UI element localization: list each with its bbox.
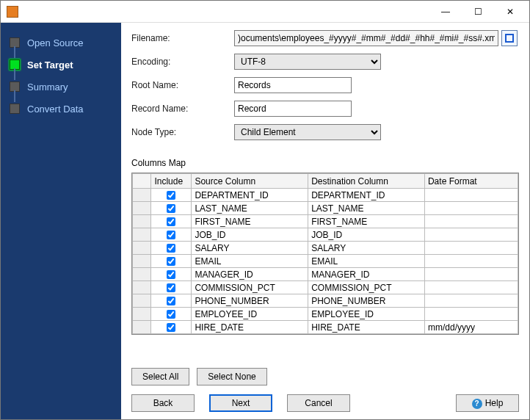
dest-cell[interactable]: HIRE_DATE bbox=[308, 321, 425, 334]
wizard-window: — ☐ ✕ Open Source Set Target Summary bbox=[0, 0, 530, 420]
table-row[interactable]: COMMISSION_PCTCOMMISSION_PCT bbox=[133, 281, 518, 294]
step-summary[interactable]: Summary bbox=[10, 76, 121, 98]
source-cell[interactable]: EMPLOYEE_ID bbox=[192, 308, 308, 321]
source-cell[interactable]: JOB_ID bbox=[192, 228, 308, 242]
dest-cell[interactable]: FIRST_NAME bbox=[308, 215, 425, 228]
step-open-source[interactable]: Open Source bbox=[10, 32, 121, 54]
datefmt-cell[interactable] bbox=[424, 255, 518, 268]
filename-label: Filename: bbox=[131, 33, 234, 43]
datefmt-cell[interactable] bbox=[424, 215, 518, 228]
table-row[interactable]: MANAGER_IDMANAGER_ID bbox=[133, 268, 518, 281]
datefmt-cell[interactable] bbox=[424, 228, 518, 242]
table-row[interactable]: EMPLOYEE_IDEMPLOYEE_ID bbox=[133, 308, 518, 321]
table-row[interactable]: JOB_IDJOB_ID bbox=[133, 228, 518, 242]
row-grip[interactable] bbox=[133, 294, 151, 308]
step-set-target[interactable]: Set Target bbox=[10, 54, 121, 76]
table-row[interactable]: LAST_NAMELAST_NAME bbox=[133, 202, 518, 215]
source-cell[interactable]: COMMISSION_PCT bbox=[192, 281, 308, 294]
dest-cell[interactable]: SALARY bbox=[308, 242, 425, 255]
step-convert-data[interactable]: Convert Data bbox=[10, 98, 121, 120]
close-button[interactable]: ✕ bbox=[494, 1, 526, 22]
col-include-header[interactable]: Include bbox=[151, 174, 192, 189]
dest-cell[interactable]: EMPLOYEE_ID bbox=[308, 308, 425, 321]
table-row[interactable]: SALARYSALARY bbox=[133, 242, 518, 255]
dest-cell[interactable]: MANAGER_ID bbox=[308, 268, 425, 281]
datefmt-cell[interactable] bbox=[424, 294, 518, 308]
encoding-select[interactable]: UTF-8 bbox=[234, 54, 381, 70]
maximize-button[interactable]: ☐ bbox=[462, 1, 494, 22]
browse-button[interactable] bbox=[501, 30, 518, 46]
recordname-label: Record Name: bbox=[131, 104, 234, 114]
include-checkbox[interactable] bbox=[167, 204, 175, 213]
include-checkbox[interactable] bbox=[167, 270, 175, 279]
table-row[interactable]: PHONE_NUMBERPHONE_NUMBER bbox=[133, 294, 518, 308]
back-button[interactable]: Back bbox=[131, 394, 195, 412]
include-checkbox[interactable] bbox=[167, 191, 175, 200]
source-cell[interactable]: LAST_NAME bbox=[192, 202, 308, 215]
include-checkbox[interactable] bbox=[167, 257, 175, 266]
source-cell[interactable]: HIRE_DATE bbox=[192, 321, 308, 334]
recordname-input[interactable] bbox=[234, 101, 352, 117]
dest-cell[interactable]: LAST_NAME bbox=[308, 202, 425, 215]
include-checkbox[interactable] bbox=[167, 244, 175, 253]
minimize-button[interactable]: — bbox=[429, 1, 462, 22]
row-grip[interactable] bbox=[133, 215, 151, 228]
dest-cell[interactable]: EMAIL bbox=[308, 255, 425, 268]
row-grip[interactable] bbox=[133, 281, 151, 294]
source-cell[interactable]: SALARY bbox=[192, 242, 308, 255]
help-label: Help bbox=[485, 398, 504, 408]
select-all-button[interactable]: Select All bbox=[131, 368, 189, 385]
datefmt-cell[interactable] bbox=[424, 242, 518, 255]
cancel-button[interactable]: Cancel bbox=[287, 394, 350, 412]
col-source-header[interactable]: Source Column bbox=[192, 174, 308, 189]
table-row[interactable]: EMAILEMAIL bbox=[133, 255, 518, 268]
include-checkbox[interactable] bbox=[167, 217, 175, 226]
step-marker-icon bbox=[10, 104, 20, 114]
rootname-input[interactable] bbox=[234, 77, 352, 93]
select-none-button[interactable]: Select None bbox=[197, 368, 266, 385]
include-checkbox[interactable] bbox=[167, 283, 175, 292]
row-grip[interactable] bbox=[133, 308, 151, 321]
row-grip[interactable] bbox=[133, 268, 151, 281]
row-grip[interactable] bbox=[133, 202, 151, 215]
table-row[interactable]: FIRST_NAMEFIRST_NAME bbox=[133, 215, 518, 228]
source-cell[interactable]: PHONE_NUMBER bbox=[192, 294, 308, 308]
columns-map-table: Include Source Column Destination Column… bbox=[131, 173, 519, 335]
datefmt-cell[interactable] bbox=[424, 189, 518, 202]
col-datefmt-header[interactable]: Date Format bbox=[424, 174, 518, 189]
nodetype-select[interactable]: Child Element bbox=[234, 124, 381, 140]
col-dest-header[interactable]: Destination Column bbox=[308, 174, 425, 189]
datefmt-cell[interactable] bbox=[424, 308, 518, 321]
source-cell[interactable]: DEPARTMENT_ID bbox=[192, 189, 308, 202]
row-grip[interactable] bbox=[133, 242, 151, 255]
dest-cell[interactable]: DEPARTMENT_ID bbox=[308, 189, 425, 202]
datefmt-cell[interactable] bbox=[424, 202, 518, 215]
table-row[interactable]: DEPARTMENT_IDDEPARTMENT_ID bbox=[133, 189, 518, 202]
help-icon: ? bbox=[472, 399, 482, 409]
main-panel: Filename: Encoding: UTF-8 Root Name: Rec… bbox=[121, 23, 529, 419]
include-checkbox[interactable] bbox=[167, 297, 175, 305]
dest-cell[interactable]: COMMISSION_PCT bbox=[308, 281, 425, 294]
source-cell[interactable]: EMAIL bbox=[192, 255, 308, 268]
include-checkbox[interactable] bbox=[167, 231, 175, 239]
help-button[interactable]: ?Help bbox=[456, 394, 519, 412]
source-cell[interactable]: MANAGER_ID bbox=[192, 268, 308, 281]
encoding-label: Encoding: bbox=[131, 57, 234, 67]
dest-cell[interactable]: JOB_ID bbox=[308, 228, 425, 242]
table-row[interactable]: HIRE_DATEHIRE_DATEmm/dd/yyyy bbox=[133, 321, 518, 334]
filename-input[interactable] bbox=[234, 30, 498, 46]
datefmt-cell[interactable] bbox=[424, 281, 518, 294]
row-grip[interactable] bbox=[133, 228, 151, 242]
row-grip[interactable] bbox=[133, 189, 151, 202]
folder-icon bbox=[505, 34, 514, 43]
datefmt-cell[interactable]: mm/dd/yyyy bbox=[424, 321, 518, 334]
include-checkbox[interactable] bbox=[167, 323, 175, 332]
row-grip[interactable] bbox=[133, 255, 151, 268]
col-grip-header bbox=[133, 174, 151, 189]
dest-cell[interactable]: PHONE_NUMBER bbox=[308, 294, 425, 308]
row-grip[interactable] bbox=[133, 321, 151, 334]
datefmt-cell[interactable] bbox=[424, 268, 518, 281]
include-checkbox[interactable] bbox=[167, 310, 175, 319]
source-cell[interactable]: FIRST_NAME bbox=[192, 215, 308, 228]
next-button[interactable]: Next bbox=[209, 394, 272, 412]
